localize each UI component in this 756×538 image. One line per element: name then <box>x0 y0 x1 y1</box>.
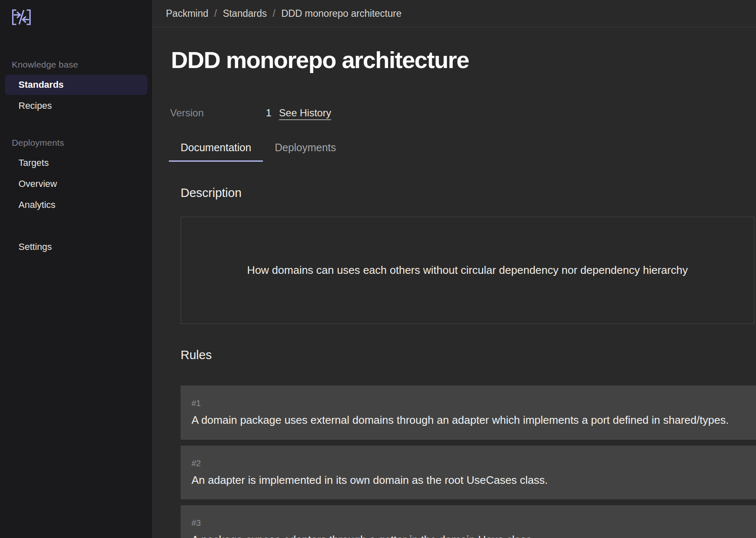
rule-text: A package expose adapters through a gett… <box>192 533 745 538</box>
breadcrumb-packmind[interactable]: Packmind <box>166 8 208 19</box>
breadcrumb-separator: / <box>273 8 275 19</box>
sidebar-item-label: Targets <box>12 157 141 168</box>
documentation-panel: Description How domains can uses each ot… <box>181 186 754 538</box>
breadcrumb-current-page: DDD monorepo architecture <box>281 8 402 19</box>
packmind-logo-icon <box>11 8 32 26</box>
description-box: How domains can uses each others without… <box>181 217 754 324</box>
rule-text: An adapter is implemented in its own dom… <box>192 473 745 487</box>
sidebar-item-settings[interactable]: Settings <box>5 237 147 257</box>
description-heading: Description <box>181 186 754 200</box>
rule-card: #1 A domain package uses external domain… <box>181 386 756 440</box>
sidebar-item-recipes[interactable]: Recipes <box>5 96 147 116</box>
rules-heading: Rules <box>181 348 754 362</box>
version-label: Version <box>170 107 266 119</box>
sidebar-spacer <box>0 117 152 131</box>
sidebar-item-overview[interactable]: Overview <box>5 174 147 194</box>
sidebar-item-label: Overview <box>12 178 141 189</box>
tab-bar: Documentation Deployments <box>169 138 756 162</box>
sidebar-nav: Knowledge base Standards Recipes Deploym… <box>0 55 152 257</box>
sidebar-item-targets[interactable]: Targets <box>5 153 147 173</box>
sidebar-spacer <box>0 216 152 236</box>
sidebar-item-label: Standards <box>12 79 141 90</box>
sidebar-item-analytics[interactable]: Analytics <box>5 195 147 215</box>
rule-number: #1 <box>192 399 745 408</box>
rule-card: #2 An adapter is implemented in its own … <box>181 446 756 500</box>
tab-deployments[interactable]: Deployments <box>263 138 348 162</box>
rule-card: #3 A package expose adapters through a g… <box>181 505 756 538</box>
page-content: DDD monorepo architecture Version 1 See … <box>153 47 756 538</box>
description-text: How domains can uses each others without… <box>234 264 700 277</box>
tab-documentation[interactable]: Documentation <box>169 138 263 162</box>
rules-list: #1 A domain package uses external domain… <box>181 386 756 538</box>
sidebar-item-label: Recipes <box>12 100 141 111</box>
rule-number: #3 <box>192 518 745 528</box>
rule-number: #2 <box>192 459 745 468</box>
breadcrumb-separator: / <box>214 8 217 19</box>
version-row: Version 1 See History <box>170 107 756 119</box>
sidebar-item-label: Analytics <box>12 199 141 210</box>
sidebar-item-standards[interactable]: Standards <box>5 75 147 95</box>
version-value: 1 <box>266 107 271 119</box>
main-area: Packmind / Standards / DDD monorepo arch… <box>153 0 756 538</box>
top-bar: Packmind / Standards / DDD monorepo arch… <box>153 0 756 27</box>
sidebar-item-label: Settings <box>12 241 141 252</box>
see-history-link[interactable]: See History <box>279 107 331 119</box>
page-title: DDD monorepo architecture <box>171 47 756 73</box>
sidebar-section-deployments: Deployments <box>0 134 152 152</box>
packmind-logo[interactable] <box>11 8 32 26</box>
breadcrumb: Packmind / Standards / DDD monorepo arch… <box>166 8 402 19</box>
rule-text: A domain package uses external domains t… <box>192 413 745 427</box>
breadcrumb-standards[interactable]: Standards <box>223 8 267 19</box>
sidebar: Knowledge base Standards Recipes Deploym… <box>0 0 153 538</box>
sidebar-section-knowledge-base: Knowledge base <box>0 55 152 74</box>
